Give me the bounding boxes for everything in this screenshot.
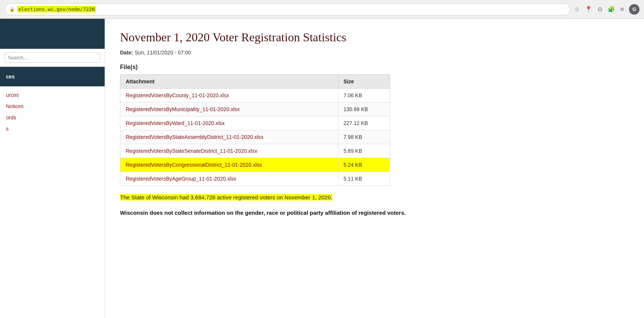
sidebar-item-0[interactable]: urces bbox=[0, 89, 105, 101]
table-row: RegisteredVotersByMunicipality_11-01-202… bbox=[120, 102, 390, 116]
page-layout: ces urces Notices ords s November 1, 202… bbox=[0, 19, 644, 318]
table-row: RegisteredVotersByCongressionalDistrict_… bbox=[120, 158, 390, 172]
file-size: 130.68 KB bbox=[338, 102, 390, 116]
file-size: 227.12 KB bbox=[338, 116, 390, 130]
file-size: 5.89 KB bbox=[338, 144, 390, 158]
sidebar-top-block bbox=[0, 19, 105, 49]
date-line: Date: Sun, 11/01/2020 - 07:00 bbox=[120, 50, 629, 56]
sidebar-item-2[interactable]: ords bbox=[0, 112, 105, 123]
sidebar: ces urces Notices ords s bbox=[0, 19, 105, 318]
table-row: RegisteredVotersByStateAssemblyDistrict_… bbox=[120, 130, 390, 144]
page-title: November 1, 2020 Voter Registration Stat… bbox=[120, 30, 629, 44]
col-size: Size bbox=[338, 75, 390, 89]
sidebar-search-input[interactable] bbox=[5, 53, 100, 63]
file-size: 5.24 KB bbox=[338, 158, 390, 172]
sidebar-nav-block: ces bbox=[0, 67, 105, 86]
table-row: RegisteredVotersByWard_11-01-2020.xlsx22… bbox=[120, 116, 390, 130]
lock-icon: 🔒 bbox=[9, 7, 15, 12]
location-icon[interactable]: 📍 bbox=[585, 6, 592, 13]
date-value: Sun, 11/01/2020 - 07:00 bbox=[135, 50, 191, 56]
table-row: RegisteredVotersByCounty_11-01-2020.xlsx… bbox=[120, 89, 390, 102]
sidebar-search-block bbox=[0, 49, 105, 67]
highlight-summary: The State of Wisconsin had 3,684,726 act… bbox=[120, 194, 332, 200]
file-link[interactable]: RegisteredVotersByStateSenateDistrict_11… bbox=[126, 148, 257, 154]
file-link[interactable]: RegisteredVotersByMunicipality_11-01-202… bbox=[126, 106, 240, 112]
main-content: November 1, 2020 Voter Registration Stat… bbox=[105, 19, 644, 318]
table-row: RegisteredVotersByAgeGroup_11-01-2020.xl… bbox=[120, 172, 390, 186]
file-link[interactable]: RegisteredVotersByStateAssemblyDistrict_… bbox=[126, 134, 263, 140]
file-size: 7.06 KB bbox=[338, 89, 390, 102]
bookmark-icon[interactable]: ☆ bbox=[574, 6, 579, 13]
summary-text: The State of Wisconsin had 3,684,726 act… bbox=[120, 193, 629, 202]
file-link[interactable]: RegisteredVotersByCounty_11-01-2020.xlsx bbox=[126, 92, 229, 98]
files-table: Attachment Size RegisteredVotersByCounty… bbox=[120, 74, 390, 186]
sidebar-nav-label: ces bbox=[0, 71, 105, 83]
file-link[interactable]: RegisteredVotersByCongressionalDistrict_… bbox=[126, 162, 262, 168]
col-attachment: Attachment bbox=[120, 75, 338, 89]
user-avatar[interactable]: G bbox=[629, 4, 639, 15]
file-link[interactable]: RegisteredVotersByAgeGroup_11-01-2020.xl… bbox=[126, 176, 236, 182]
menu-icon[interactable]: ≡ bbox=[620, 6, 624, 13]
address-bar[interactable]: 🔒 elections.wi.gov/node/7220 bbox=[5, 3, 570, 15]
circle-icon[interactable]: ⊙ bbox=[597, 6, 602, 13]
bold-statement: Wisconsin does not collect information o… bbox=[120, 209, 629, 217]
file-size: 5.11 KB bbox=[338, 172, 390, 186]
sidebar-item-1[interactable]: Notices bbox=[0, 101, 105, 112]
browser-actions: ☆ 📍 ⊙ 🧩 ≡ G bbox=[574, 4, 639, 15]
file-link[interactable]: RegisteredVotersByWard_11-01-2020.xlsx bbox=[126, 120, 225, 126]
extensions-icon[interactable]: 🧩 bbox=[608, 6, 615, 13]
files-heading: File(s) bbox=[120, 64, 629, 71]
date-label: Date: bbox=[120, 50, 133, 56]
sidebar-item-3[interactable]: s bbox=[0, 123, 105, 134]
file-size: 7.98 KB bbox=[338, 130, 390, 144]
table-row: RegisteredVotersByStateSenateDistrict_11… bbox=[120, 144, 390, 158]
sidebar-items: urces Notices ords s bbox=[0, 86, 105, 137]
url-text: elections.wi.gov/node/7220 bbox=[17, 6, 96, 12]
browser-chrome: 🔒 elections.wi.gov/node/7220 ☆ 📍 ⊙ 🧩 ≡ G bbox=[0, 0, 644, 19]
